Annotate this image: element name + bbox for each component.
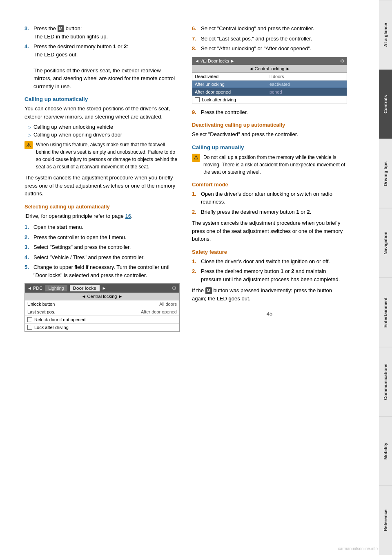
step-4b: 4. Select "Vehicle / Tires" and press th… [24,253,180,262]
ui-header-left: ◄ PDC [27,286,42,291]
calling-manually-heading: Calling up manually [192,144,347,150]
step-content: Select "Vehicle / Tires" and press the c… [33,253,180,262]
step-number: 1. [24,223,33,231]
step-number: 2. [24,233,33,242]
settings-icon: ⚙ [340,58,344,64]
safety-step-1: 1. Close the driver's door and switch th… [192,257,347,266]
safety-step-2: 2. Press the desired memory button 1 or … [192,267,347,283]
ui-checkbox-row: Relock door if not opened [25,316,179,324]
warning-box-2: ⚠ Do not call up a position from the mem… [192,154,347,176]
comfort-step-2: 2. Briefly press the desired memory butt… [192,208,347,216]
step-content: Briefly press the desired memory button … [201,208,347,216]
m-button: M [58,25,64,32]
step-number: 7. [192,35,201,43]
step-number: 8. [192,45,201,53]
sidebar-tab-entertainment[interactable]: Entertainment [379,278,392,347]
step-5: 5. Change to upper field if necessary. T… [24,263,180,279]
sidebar: At a glance Controls Driving tips Naviga… [379,0,392,555]
step-content: Select "After unlocking" or "After door … [201,45,347,53]
row-value: After door opened [102,309,177,314]
warning-text-2: Do not call up a position from the memor… [203,154,347,176]
ui-row-dark: After door opened pened [192,88,347,96]
row-label: After door opened [195,90,270,94]
ui-subheader-2: ◄ Central locking ► [192,65,347,73]
checkbox [27,325,32,330]
bullet-arrow-icon: ▷ [28,132,31,138]
row-label: Deactivated [195,74,270,79]
step-4: 4. Press the desired memory button 1 or … [24,43,180,90]
ui-row: Deactivated ll doors [192,73,347,81]
checkbox-label: Relock door if not opened [34,317,85,322]
safety-footer: If the M button was pressed inadvertentl… [192,286,347,302]
cancel-text: The system cancels the adjustment proced… [24,174,180,198]
step-number: 5. [24,263,33,279]
row-label: After unlocking [195,82,270,87]
sidebar-tab-at-a-glance[interactable]: At a glance [379,0,392,69]
sidebar-tab-reference[interactable]: Reference [379,486,392,555]
step-number: 3. [24,25,33,40]
comfort-step-1: 1. Open the driver's door after unlockin… [192,190,347,206]
step-content: Press the M button: The LED in the butto… [33,25,180,40]
sidebar-tab-navigation[interactable]: Navigation [379,208,392,278]
row-label: Last seat pos. [27,309,102,314]
step-3b: 3. Select "Settings" and press the contr… [24,243,180,251]
page-number: 45 [192,311,347,317]
calling-up-heading: Calling up automatically [24,96,180,102]
warning-box: ⚠ When using this feature, always make s… [24,141,180,170]
ui-header-2: ◄ √⊟ Door locks ► ⚙ [192,57,347,65]
step-2: 2. Press the controller to open the i me… [24,233,180,242]
ui-row: Unlock button All doors [25,300,179,308]
bullet-item: ▷ Calling up when opening driver's door [24,132,180,138]
checkbox-label: Lock after driving [202,97,236,102]
ui-checkbox-row: Lock after driving [25,324,179,331]
safety-heading: Safety feature [192,249,347,255]
ui-tab-door-locks: Door locks [70,285,100,291]
step-content: Press the controller. [201,108,347,116]
bullet-item: ▷ Calling up when unlocking vehicle [24,124,180,130]
settings-icon: ⚙ [172,285,177,291]
ui-header-arrow: ► [102,286,107,291]
step-number: 4. [24,253,33,262]
warning-icon-2: ⚠ [192,154,200,162]
bullet-arrow-icon: ▷ [28,125,31,130]
sidebar-tab-controls[interactable]: Controls [379,69,392,139]
warning-text: When using this feature, always make sur… [36,141,180,170]
ui-row-selected: After unlocking eactivated [192,81,347,88]
comfort-cancel-text: The system cancels the adjustment proced… [192,219,347,243]
step-content: Press the desired memory button 1 or 2: … [33,43,180,90]
watermark: carmanualsonline.info [338,546,378,551]
ui-checkbox-row: Lock after driving [192,96,347,104]
step-number: 6. [192,25,201,33]
step-number: 1. [192,190,201,206]
row-value: eactivated [270,82,344,87]
step-content: Open the start menu. [33,223,180,231]
step-6: 6. Select "Central locking" and press th… [192,25,347,33]
checkbox-label: Lock after driving [34,325,69,330]
deactivating-heading: Deactivating calling up automatically [192,122,347,128]
sidebar-tab-mobility[interactable]: Mobility [379,416,392,486]
step-number: 3. [24,243,33,251]
row-label: Unlock button [27,302,102,307]
sidebar-tab-communications[interactable]: Communications [379,347,392,416]
m-button-icon: M [205,287,212,294]
step-content: Open the driver's door after unlocking o… [201,190,347,206]
bullet-text: Calling up when unlocking vehicle [33,124,113,130]
step-number: 1. [192,257,201,266]
step-content: Select "Settings" and press the controll… [33,243,180,251]
warning-icon: ⚠ [24,141,33,149]
step-content: Change to upper field if necessary. Turn… [33,263,180,279]
calling-up-text: You can choose when the stored positions… [24,105,180,121]
ui-header-title: ◄ √⊟ Door locks ► [195,58,235,64]
comfort-heading: Comfort mode [192,181,347,188]
bullet-text: Calling up when opening driver's door [33,132,122,138]
row-value: pened [270,90,344,94]
step-7: 7. Select "Last seat pos." and press the… [192,35,347,43]
ui-screenshot-1: ◄ PDC Lighting Door locks ► ⚙ ◄ Central … [24,283,180,332]
ui-header: ◄ PDC Lighting Door locks ► ⚙ [25,284,179,293]
step-8: 8. Select "After unlocking" or "After do… [192,45,347,53]
step-3: 3. Press the M button: The LED in the bu… [24,25,180,40]
checkbox [27,317,32,322]
step-content: Select "Central locking" and press the c… [201,25,347,33]
sidebar-tab-driving-tips[interactable]: Driving tips [379,139,392,208]
row-value: All doors [102,302,177,307]
